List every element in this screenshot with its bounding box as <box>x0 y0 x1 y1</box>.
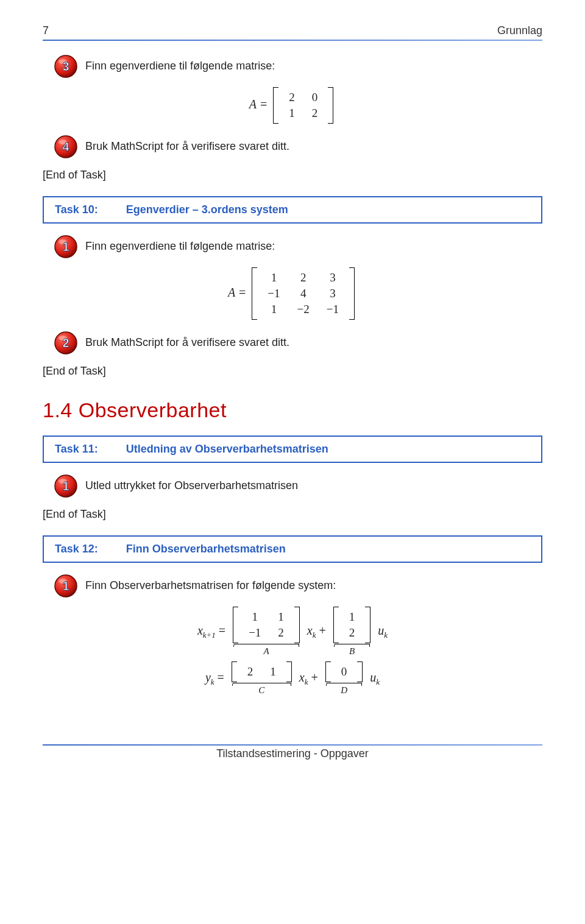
task-12-box: Task 12: Finn Observerbarhetsmatrisen <box>43 535 542 563</box>
matrix-label: A = <box>228 286 246 299</box>
matrix-A-2x2: A = 20 12 <box>43 87 542 124</box>
svg-text:2: 2 <box>62 336 69 350</box>
page-header: 7 Grunnlag <box>43 24 542 37</box>
task-10-item-2-text: Bruk MathScript for å verifisere svaret … <box>85 335 289 350</box>
task-11-name: Utledning av Observerbarhetsmatrisen <box>126 443 328 456</box>
task-11-item-1: 1 Utled uttrykket for Observerbarhetsmat… <box>54 474 542 498</box>
matrix-body: 123 −143 1−2−1 <box>259 270 347 317</box>
badge-1-icon: 1 <box>54 474 78 498</box>
end-of-task: [End of Task] <box>43 169 542 182</box>
footer-divider <box>43 744 542 746</box>
svg-text:3: 3 <box>62 60 69 73</box>
end-of-task: [End of Task] <box>43 508 542 521</box>
svg-text:4: 4 <box>62 140 69 153</box>
state-equation-2: yk = 21 C xk + 0 D uk <box>43 661 542 696</box>
svg-text:1: 1 <box>62 240 69 253</box>
task-10-id: Task 10: <box>55 203 98 216</box>
section-title: Grunnlag <box>497 24 542 37</box>
heading-number: 1.4 <box>43 398 73 421</box>
svg-text:1: 1 <box>62 479 69 493</box>
badge-1-icon: 1 <box>54 574 78 598</box>
footer-text: Tilstandsestimering - Oppgaver <box>43 747 542 760</box>
badge-3-icon: 3 <box>54 54 78 79</box>
task-10-box: Task 10: Egenverdier – 3.ordens system <box>43 196 542 224</box>
badge-1-icon: 1 <box>54 235 78 259</box>
task-10-item-2: 2 Bruk MathScript for å verifisere svare… <box>54 331 542 355</box>
task-10-item-1: 1 Finn egenverdiene til følgende matrise… <box>54 235 542 259</box>
item-4-text: Bruk MathScript for å verifisere svaret … <box>85 139 289 154</box>
task-11-box: Task 11: Utledning av Observerbarhetsmat… <box>43 436 542 463</box>
divider <box>43 40 542 41</box>
item-3-row: 3 Finn egenverdiene til følgende matrise… <box>54 54 542 79</box>
item-4-row: 4 Bruk MathScript for å verifisere svare… <box>54 135 542 159</box>
task-10-item-1-text: Finn egenverdiene til følgende matrise: <box>85 239 275 254</box>
heading-title: Observerbarhet <box>79 398 227 421</box>
badge-4-icon: 4 <box>54 135 78 159</box>
matrix-label: A = <box>249 97 268 111</box>
task-11-item-1-text: Utled uttrykket for Observerbarhetsmatri… <box>85 478 298 493</box>
task-11-id: Task 11: <box>55 443 98 456</box>
end-of-task: [End of Task] <box>43 365 542 378</box>
task-12-name: Finn Observerbarhetsmatrisen <box>126 543 286 555</box>
task-12-item-1: 1 Finn Observerbarhetsmatrisen for følge… <box>54 574 542 598</box>
item-3-text: Finn egenverdiene til følgende matrise: <box>85 58 275 74</box>
state-equation-1: xk+1 = 11 −12 A xk + 1 2 B uk <box>43 607 542 696</box>
task-12-id: Task 12: <box>55 543 98 555</box>
task-10-name: Egenverdier – 3.ordens system <box>126 203 288 216</box>
badge-2-icon: 2 <box>54 331 78 355</box>
svg-text:1: 1 <box>62 579 69 593</box>
matrix-A-3x3: A = 123 −143 1−2−1 <box>43 267 542 320</box>
task-12-item-1-text: Finn Observerbarhetsmatrisen for følgend… <box>85 578 336 593</box>
matrix-body: 20 12 <box>280 90 326 121</box>
heading-observerbarhet: 1.4 Observerbarhet <box>43 398 542 422</box>
page-number: 7 <box>43 24 49 37</box>
